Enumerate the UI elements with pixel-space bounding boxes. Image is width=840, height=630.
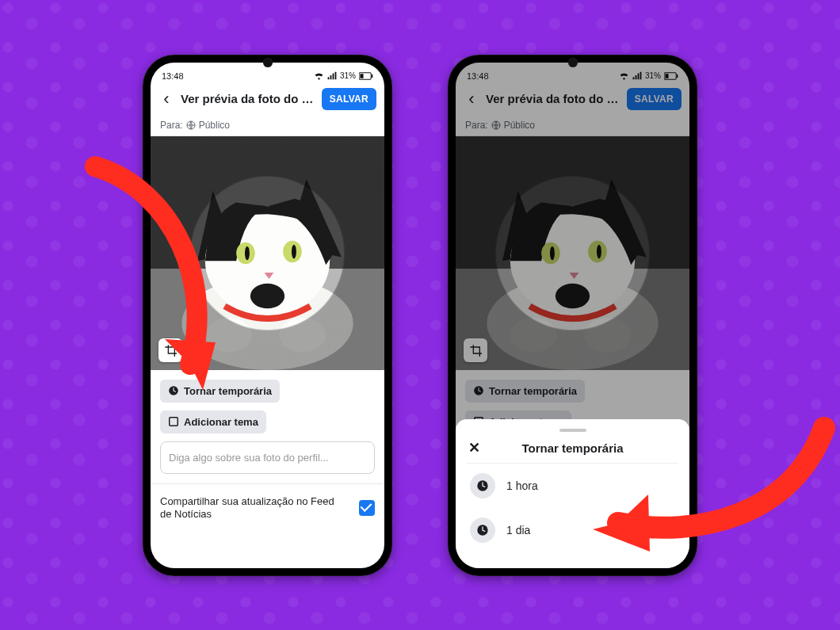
sheet-grabber[interactable] xyxy=(559,429,586,432)
battery-icon xyxy=(359,72,373,80)
sheet-close-button[interactable]: ✕ xyxy=(468,439,480,456)
wifi-icon xyxy=(314,71,324,80)
camera-notch xyxy=(263,58,273,67)
page-title: Ver prévia da foto do p... xyxy=(181,92,315,105)
phone-left: 13:48 31% ‹ Ver prévia da foto do p... S… xyxy=(143,55,392,576)
crop-icon xyxy=(164,344,177,357)
add-theme-label: Adicionar tema xyxy=(184,416,258,428)
camera-notch xyxy=(568,58,578,67)
duration-option-label: 1 hora xyxy=(506,479,538,492)
status-right-cluster: 31% xyxy=(314,71,373,80)
audience-prefix: Para: xyxy=(160,120,183,131)
status-time: 13:48 xyxy=(162,71,184,81)
temporary-duration-sheet: ✕ Tornar temporária 1 hora 1 dia xyxy=(456,419,689,568)
clock-icon xyxy=(470,473,495,498)
crop-button[interactable] xyxy=(158,338,182,362)
caption-input[interactable]: Diga algo sobre sua foto do perfil... xyxy=(160,441,375,474)
svg-rect-16 xyxy=(170,418,178,426)
app-header: ‹ Ver prévia da foto do p... SALVAR xyxy=(151,82,384,116)
battery-percent: 31% xyxy=(340,71,356,80)
share-to-feed-row[interactable]: Compartilhar sua atualização no Feed de … xyxy=(151,484,384,535)
duration-option-1-hora[interactable]: 1 hora xyxy=(467,464,678,508)
make-temporary-chip[interactable]: Tornar temporária xyxy=(160,380,280,403)
phone-right: 13:48 31% ‹ Ver prévia da foto do p... S… xyxy=(448,55,697,576)
audience-row[interactable]: Para: Público xyxy=(151,116,384,136)
audience-value: Público xyxy=(199,120,230,131)
add-theme-chip[interactable]: Adicionar tema xyxy=(160,410,266,433)
frame-icon xyxy=(168,416,179,427)
caption-placeholder: Diga algo sobre sua foto do perfil... xyxy=(169,452,329,464)
screen-left: 13:48 31% ‹ Ver prévia da foto do p... S… xyxy=(151,63,384,568)
make-temporary-label: Tornar temporária xyxy=(184,385,272,397)
circular-crop-overlay xyxy=(151,136,384,370)
profile-photo-preview[interactable] xyxy=(151,136,384,370)
duration-option-1-dia[interactable]: 1 dia xyxy=(467,508,678,552)
clock-icon xyxy=(470,517,495,543)
back-button[interactable]: ‹ xyxy=(158,89,174,109)
share-to-feed-label: Compartilhar sua atualização no Feed de … xyxy=(160,495,334,522)
options-area: Tornar temporária Adicionar tema Diga al… xyxy=(151,370,384,483)
svg-rect-1 xyxy=(360,74,363,78)
screen-right: 13:48 31% ‹ Ver prévia da foto do p... S… xyxy=(456,63,689,568)
signal-icon xyxy=(327,71,337,80)
svg-rect-2 xyxy=(372,74,372,77)
sheet-title: Tornar temporária xyxy=(521,441,623,455)
globe-icon xyxy=(186,120,196,130)
duration-option-label: 1 dia xyxy=(506,524,530,536)
clock-icon xyxy=(168,385,179,396)
save-button[interactable]: SALVAR xyxy=(322,88,376,110)
share-to-feed-checkbox[interactable] xyxy=(359,500,375,516)
